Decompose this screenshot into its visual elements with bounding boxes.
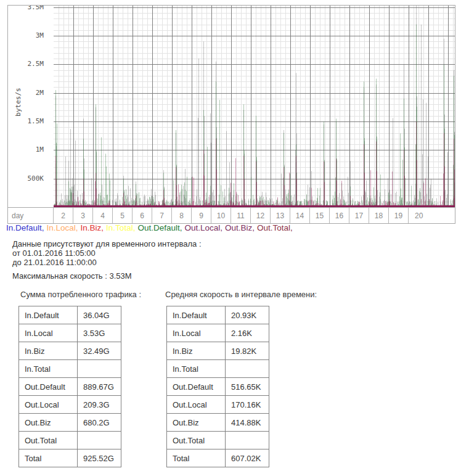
- day-tick-label: 13: [271, 208, 290, 223]
- x-axis-day-row: day 234567891011121314151617181920: [8, 207, 455, 223]
- plot-area: bytes/s 500K1M1.5M2M2.5M3M3.5M: [8, 6, 455, 207]
- row-label: In.Default: [167, 306, 226, 324]
- x-axis-title: day: [8, 208, 54, 223]
- row-label: Total: [167, 449, 226, 467]
- day-tick-label: 11: [231, 208, 251, 223]
- table-row: In.Total: [167, 360, 269, 378]
- row-value: [226, 360, 269, 378]
- row-label: In.Local: [167, 324, 226, 342]
- row-label: Out.Default: [167, 378, 226, 396]
- sum-table-caption: Сумма потребленного трафика :: [20, 290, 141, 299]
- day-tick-label: 10: [211, 208, 231, 223]
- row-value: 2.16K: [226, 324, 269, 342]
- interval-from: от 01.01.2016 11:05:00: [12, 248, 202, 258]
- table-row: Total925.52G: [19, 449, 121, 467]
- y-tick-label: 500K: [8, 174, 44, 183]
- legend-item: Out.Biz,: [225, 223, 255, 232]
- y-tick-label: 1.5M: [8, 117, 44, 125]
- row-value: 20.93K: [226, 306, 269, 324]
- row-label: Out.Biz: [167, 414, 226, 432]
- row-value: 925.52G: [78, 449, 121, 467]
- y-tick-label: 3M: [8, 31, 44, 39]
- max-speed-text: Максимальная скорость : 3.53M: [12, 271, 132, 281]
- row-value: 32.49G: [78, 342, 121, 360]
- day-tick-label: 17: [349, 208, 369, 223]
- table-row: Out.Total: [167, 432, 269, 449]
- table-row: In.Local2.16K: [167, 324, 269, 342]
- row-value: 516.65K: [226, 378, 269, 396]
- row-label: Total: [19, 449, 78, 467]
- table-row: Out.Default889.67G: [19, 378, 121, 396]
- day-tick-label: 19: [389, 208, 409, 223]
- row-value: [78, 360, 121, 378]
- row-label: Out.Total: [19, 432, 78, 449]
- row-value: 170.16K: [226, 396, 269, 414]
- table-row: Out.Biz680.2G: [19, 414, 121, 432]
- day-tick-label: 7: [152, 208, 172, 223]
- day-tick-label: 18: [369, 208, 389, 223]
- row-value: 209.3G: [78, 396, 121, 414]
- row-value: [78, 432, 121, 449]
- row-label: Out.Biz: [19, 414, 78, 432]
- avg-table-caption: Средняя скорость в интервале времени:: [165, 290, 317, 299]
- row-label: In.Local: [19, 324, 78, 342]
- day-tick-label: 5: [113, 208, 133, 223]
- day-tick-label: 12: [251, 208, 271, 223]
- day-tick-label: 9: [192, 208, 211, 223]
- row-value: 19.82K: [226, 342, 269, 360]
- table-row: In.Local3.53G: [19, 324, 121, 342]
- chart-legend: In.Default,In.Local,In.Biz,In.Total,Out.…: [6, 223, 295, 232]
- day-tick-label: 8: [172, 208, 192, 223]
- row-label: Out.Total: [167, 432, 226, 449]
- traffic-chart: bytes/s 500K1M1.5M2M2.5M3M3.5M day 23456…: [7, 5, 455, 224]
- legend-item: In.Biz,: [81, 223, 104, 232]
- row-value: 889.67G: [78, 378, 121, 396]
- table-row: In.Default20.93K: [167, 306, 269, 324]
- y-tick-label: 2M: [8, 89, 44, 97]
- day-tick-label: 6: [133, 208, 152, 223]
- y-tick-label: 3.5M: [8, 5, 44, 11]
- day-tick-label: 4: [93, 208, 113, 223]
- table-row: Out.Total: [19, 432, 121, 449]
- day-tick-label: 20: [409, 208, 455, 223]
- row-value: 680.2G: [78, 414, 121, 432]
- table-row: Total607.02K: [167, 449, 269, 467]
- y-tick-label: 2.5M: [8, 60, 44, 68]
- legend-item: Out.Total,: [257, 223, 293, 232]
- row-value: 36.04G: [78, 306, 121, 324]
- row-label: Out.Local: [19, 396, 78, 414]
- table-row: In.Default36.04G: [19, 306, 121, 324]
- row-label: In.Total: [19, 360, 78, 378]
- row-value: 414.88K: [226, 414, 269, 432]
- table-row: Out.Default516.65K: [167, 378, 269, 396]
- table-row: Out.Local209.3G: [19, 396, 121, 414]
- row-value: 607.02K: [226, 449, 269, 467]
- row-label: In.Total: [167, 360, 226, 378]
- day-tick-label: 14: [290, 208, 310, 223]
- day-tick-label: 2: [54, 208, 73, 223]
- table-row: In.Biz19.82K: [167, 342, 269, 360]
- legend-item: Out.Default,: [137, 223, 182, 232]
- legend-item: Out.Local,: [184, 223, 222, 232]
- day-tick-label: 3: [73, 208, 93, 223]
- avg-speed-table: In.Default20.93KIn.Local2.16KIn.Biz19.82…: [166, 306, 269, 467]
- table-row: In.Biz32.49G: [19, 342, 121, 360]
- table-row: Out.Local170.16K: [167, 396, 269, 414]
- row-value: [226, 432, 269, 449]
- row-label: Out.Default: [19, 378, 78, 396]
- legend-item: In.Total,: [106, 223, 135, 232]
- day-tick-label: 16: [330, 208, 349, 223]
- y-tick-label: 1M: [8, 146, 44, 154]
- interval-info: Данные присутствуют для временного интер…: [12, 239, 202, 267]
- table-row: Out.Biz414.88K: [167, 414, 269, 432]
- traffic-canvas: [54, 6, 455, 207]
- row-label: Out.Local: [167, 396, 226, 414]
- table-row: In.Total: [19, 360, 121, 378]
- day-tick-label: 15: [310, 208, 330, 223]
- traffic-report-page: bytes/s 500K1M1.5M2M2.5M3M3.5M day 23456…: [0, 0, 461, 476]
- interval-to: до 21.01.2016 11:00:00: [12, 258, 202, 267]
- row-label: In.Biz: [19, 342, 78, 360]
- legend-item: In.Local,: [47, 223, 78, 232]
- sum-traffic-table: In.Default36.04GIn.Local3.53GIn.Biz32.49…: [18, 306, 121, 467]
- row-label: In.Default: [19, 306, 78, 324]
